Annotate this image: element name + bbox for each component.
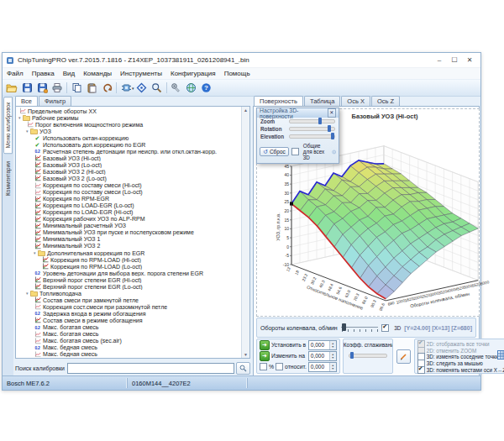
- tree-item[interactable]: Предельные обороты XX: [17, 108, 241, 114]
- tree-item[interactable]: Коррекция по LOAD-EGR (Hi-oct): [17, 209, 241, 216]
- maximize-button[interactable]: ☐: [447, 54, 462, 66]
- tree-item[interactable]: Верхний порог степени EGR (Lo-oct): [17, 283, 241, 290]
- tab-axis-x[interactable]: Ось X: [341, 96, 370, 106]
- set-to-spinner[interactable]: 0,000▲▼: [308, 340, 337, 350]
- tree-item[interactable]: Коррекция по составу смеси (Lo-oct): [17, 189, 241, 196]
- tree-item[interactable]: Коррекция по RPM-LOAD (Hi-oct): [17, 256, 241, 263]
- title-bar[interactable]: ChipTuningPRO ver.7.2015.7.1816 - Z14XEP…: [3, 53, 480, 68]
- tree-item[interactable]: Минимальный расчетный УОЗ: [17, 223, 241, 229]
- change-by-spinner[interactable]: 0,000▲▼: [308, 351, 337, 361]
- popup-close-icon[interactable]: ✕: [328, 108, 336, 118]
- percent-checkbox[interactable]: [260, 363, 267, 370]
- tree-item[interactable]: ▾УОЗ: [17, 128, 241, 134]
- tree-item[interactable]: Макс. бедная смесь: [17, 351, 241, 357]
- menu-tools[interactable]: Инструменты: [116, 70, 166, 77]
- tree-item[interactable]: Коррекция по RPM-LOAD (Lo-oct): [17, 263, 241, 270]
- spinner-arrows-icon[interactable]: ▲▼: [329, 352, 336, 360]
- tree-item[interactable]: Коррекция сост.смеси при разомкнутой пет…: [17, 303, 241, 310]
- tree-item[interactable]: Порог включения мощностного режима: [17, 121, 241, 128]
- relative-checkbox[interactable]: [276, 363, 283, 370]
- tree-item[interactable]: Минимальный УОЗ при пуске и послепусково…: [17, 229, 241, 236]
- close-button[interactable]: ✕: [462, 54, 477, 66]
- tree-item[interactable]: ▾Дополнительная коррекция по EGR: [17, 249, 241, 256]
- tab-filter[interactable]: Фильтр: [39, 96, 71, 106]
- help-icon[interactable]: ?: [199, 81, 214, 95]
- zoom-slider-thumb[interactable]: [318, 118, 322, 124]
- tree-scrollbar[interactable]: ▲ ▼: [241, 107, 249, 358]
- search-icon[interactable]: [150, 81, 165, 95]
- tree-item[interactable]: 0.2Макс. богатая смесь: [17, 324, 241, 331]
- tree-item[interactable]: Состав смеси в режиме обогащения: [17, 317, 241, 323]
- popup-title-bar[interactable]: Настройка 3D-поверхности ✕: [257, 108, 339, 118]
- rpm-slider[interactable]: [341, 323, 378, 333]
- tree-item[interactable]: 0.2Макс. бедная смесь: [17, 344, 241, 351]
- update-icon[interactable]: [184, 81, 199, 95]
- elevation-slider[interactable]: [289, 134, 335, 139]
- grid-table-icon[interactable]: [497, 350, 504, 360]
- tree-item[interactable]: Коррекция по LOAD-EGR (Lo-oct): [17, 202, 241, 209]
- compare-icon[interactable]: [134, 81, 150, 95]
- tree-item[interactable]: Базовый УОЗ (Lo-oct): [17, 161, 241, 168]
- elevation-slider-thumb[interactable]: [331, 133, 334, 139]
- menu-edit[interactable]: Правка: [28, 70, 59, 77]
- 3d-checkbox[interactable]: [381, 324, 389, 332]
- tree-item[interactable]: 0.2Расчетная степень детонации при неисп…: [17, 148, 241, 155]
- search-button[interactable]: [236, 362, 250, 375]
- minimize-button[interactable]: –: [432, 54, 447, 66]
- rpm-slider-thumb[interactable]: [342, 323, 346, 331]
- smoothing-slider-thumb[interactable]: [350, 352, 354, 359]
- scroll-down-icon[interactable]: ▼: [244, 352, 248, 357]
- print-icon[interactable]: [50, 81, 65, 95]
- apply-set-icon[interactable]: ➜: [260, 340, 270, 350]
- menu-file[interactable]: Файл: [3, 70, 28, 77]
- apply-change-icon[interactable]: ➜: [260, 351, 270, 361]
- tree-item[interactable]: Макс. богатая смесь: [17, 331, 241, 338]
- smoothing-slider[interactable]: [349, 354, 387, 358]
- tree-item[interactable]: Базовый УОЗ 2 (Hi-oct): [17, 168, 241, 175]
- copy-icon[interactable]: [69, 81, 84, 95]
- rotation-slider[interactable]: [289, 127, 335, 131]
- paste-icon[interactable]: [84, 81, 99, 95]
- edit-surface-button[interactable]: [396, 349, 411, 364]
- tree-item[interactable]: Базовый УОЗ (Hi-oct): [17, 155, 241, 161]
- side-tab-calibration-menu[interactable]: Меню калибровок: [3, 97, 13, 154]
- reset-button[interactable]: ↺ Сброс: [260, 147, 289, 156]
- menu-help[interactable]: Помощь: [220, 70, 255, 77]
- spinner-arrows-icon[interactable]: ▲▼: [329, 363, 336, 371]
- tree-item[interactable]: Верхний порог степени EGR (Hi-oct): [17, 276, 241, 283]
- tree-item[interactable]: ▾Рабочие режимы: [17, 114, 241, 121]
- target-icon[interactable]: [332, 148, 336, 156]
- side-tab-comments[interactable]: Комментарии: [4, 156, 12, 201]
- save-icon[interactable]: [19, 81, 34, 95]
- menu-view[interactable]: Вид: [59, 70, 79, 77]
- rotation-slider-thumb[interactable]: [328, 125, 331, 132]
- tree-item[interactable]: ✔Использовать доп.коррекцию по EGR: [17, 141, 241, 148]
- tree-item[interactable]: 0.2Уровень детонации для выбора верх. по…: [17, 270, 241, 276]
- spinner-arrows-icon[interactable]: ▲▼: [329, 341, 336, 349]
- zoom-slider[interactable]: [289, 119, 335, 123]
- tree-item[interactable]: 0.2Задержка входа в режим обогащения: [17, 310, 241, 317]
- tree-item[interactable]: Минимальный УОЗ 2: [17, 243, 241, 249]
- tab-surface[interactable]: Поверхность: [254, 96, 303, 106]
- tree-item[interactable]: Состав смеси при замкнутой петле: [17, 297, 241, 303]
- tree-item[interactable]: Коррекция рабочих УОЗ по ALP-RPM: [17, 216, 241, 223]
- menu-commands[interactable]: Команды: [79, 70, 116, 77]
- search-input[interactable]: [67, 363, 234, 374]
- 3d-swap-axes-checkbox[interactable]: [417, 366, 425, 374]
- tree-item[interactable]: Минимальный УОЗ 1: [17, 236, 241, 243]
- settings-icon[interactable]: [169, 81, 184, 95]
- menu-configuration[interactable]: Конфигурация: [166, 70, 220, 77]
- open-file-icon[interactable]: [4, 81, 19, 95]
- tree-item[interactable]: Базовый УОЗ 2 (Lo-oct): [17, 175, 241, 181]
- tab-table[interactable]: Таблица: [304, 96, 340, 106]
- tree-item[interactable]: Макс. богатая смесь (sec.air): [17, 338, 241, 344]
- tree-item[interactable]: Коррекция по RPM-EGR: [17, 196, 241, 202]
- tree-item[interactable]: ▾Топливоподача: [17, 290, 241, 297]
- tree-item[interactable]: ✔Использовать октан-коррекцию: [17, 134, 241, 141]
- scroll-up-icon[interactable]: ▲: [244, 108, 248, 113]
- save-as-icon[interactable]: [34, 81, 50, 95]
- tab-axis-z[interactable]: Ось Z: [371, 96, 400, 106]
- relative-spinner[interactable]: 0,000▲▼: [308, 362, 337, 372]
- undo-icon[interactable]: [99, 81, 114, 95]
- tree-item[interactable]: Коррекция по составу смеси (Hi-oct): [17, 182, 241, 189]
